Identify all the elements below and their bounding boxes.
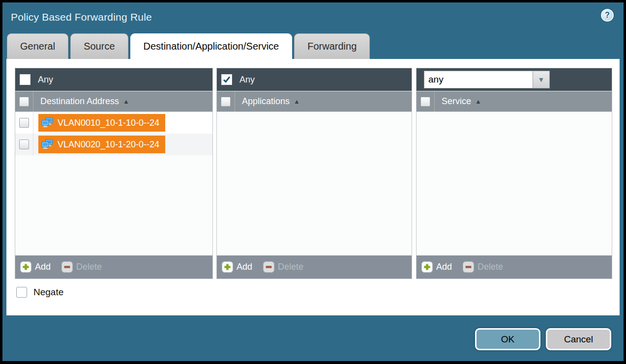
address-object-chip[interactable]: VLAN0010_10-1-10-0--24 [38, 114, 165, 132]
sort-asc-icon: ▲ [294, 98, 300, 105]
dialog-titlebar: Policy Based Forwarding Rule ? [2, 2, 624, 33]
header-separator [235, 91, 235, 112]
tab-bar: General Source Destination/Application/S… [7, 33, 370, 59]
tab-general[interactable]: General [7, 33, 68, 59]
add-button[interactable]: Add [222, 261, 252, 273]
applications-header[interactable]: Applications ▲ [217, 91, 412, 112]
dialog-button-row: OK Cancel [475, 328, 611, 350]
applications-footer: Add Delete [217, 255, 412, 279]
dropdown-arrow-icon[interactable]: ▼ [533, 71, 550, 88]
destination-any-label: Any [38, 75, 53, 85]
delete-button-label: Delete [477, 262, 503, 272]
delete-button[interactable]: Delete [61, 261, 102, 273]
add-icon [222, 261, 233, 273]
applications-header-label: Applications [242, 96, 290, 107]
add-button-label: Add [237, 262, 252, 272]
delete-icon [263, 261, 274, 273]
add-button[interactable]: Add [20, 261, 51, 273]
header-separator [33, 91, 33, 112]
delete-button-label: Delete [278, 262, 303, 272]
tab-destination-application-service[interactable]: Destination/Application/Service [130, 33, 293, 59]
delete-button[interactable]: Delete [263, 261, 303, 273]
service-list [417, 112, 612, 255]
ok-button[interactable]: OK [475, 328, 540, 350]
add-icon [421, 261, 433, 273]
tab-content: Any Destination Address ▲ [6, 59, 620, 315]
address-object-label: VLAN0020_10-1-20-0--24 [58, 140, 159, 150]
row-checkbox-cell [15, 134, 33, 155]
delete-button-label: Delete [76, 262, 102, 272]
applications-panel: Any Applications ▲ Add [216, 68, 412, 279]
destination-address-header[interactable]: Destination Address ▲ [15, 91, 212, 112]
destination-any-checkbox[interactable] [20, 74, 30, 85]
delete-button[interactable]: Delete [463, 261, 503, 273]
add-button-label: Add [35, 262, 51, 272]
dialog-title: Policy Based Forwarding Rule [11, 11, 152, 23]
delete-icon [61, 261, 73, 273]
help-icon[interactable]: ? [601, 9, 614, 22]
checkmark-icon [222, 75, 231, 84]
service-header[interactable]: Service ▲ [417, 91, 612, 112]
service-type-value[interactable]: any [424, 71, 533, 88]
row-checkbox[interactable] [19, 118, 29, 128]
address-object-chip[interactable]: VLAN0020_10-1-20-0--24 [38, 136, 165, 153]
applications-list [217, 112, 412, 255]
destination-any-bar: Any [15, 68, 212, 91]
negate-option: Negate [16, 286, 63, 299]
applications-select-all-checkbox[interactable] [221, 97, 231, 107]
add-button[interactable]: Add [421, 261, 452, 273]
sort-asc-icon: ▲ [475, 98, 481, 105]
row-content-cell: VLAN0010_10-1-10-0--24 [33, 112, 212, 134]
address-object-label: VLAN0010_10-1-10-0--24 [58, 118, 159, 128]
destination-address-footer: Add Delete [15, 255, 212, 279]
service-type-dropdown[interactable]: any ▼ [424, 71, 550, 88]
table-row: VLAN0010_10-1-10-0--24 [15, 112, 212, 134]
tab-source[interactable]: Source [70, 33, 128, 59]
row-checkbox-cell [15, 112, 33, 134]
sort-asc-icon: ▲ [123, 98, 129, 105]
destination-address-header-label: Destination Address [40, 96, 119, 107]
destination-address-panel: Any Destination Address ▲ [15, 68, 213, 279]
applications-any-label: Any [239, 75, 255, 85]
table-row: VLAN0020_10-1-20-0--24 [15, 134, 212, 155]
cancel-button[interactable]: Cancel [546, 328, 611, 350]
destination-address-list: VLAN0010_10-1-10-0--24 [15, 112, 212, 255]
delete-icon [463, 261, 474, 273]
applications-any-bar: Any [217, 68, 412, 91]
service-footer: Add Delete [417, 255, 612, 279]
row-checkbox[interactable] [19, 140, 29, 149]
service-header-label: Service [442, 96, 471, 107]
pbf-rule-dialog: Policy Based Forwarding Rule ? General S… [2, 2, 624, 361]
header-separator [434, 91, 435, 112]
service-dropdown-bar: any ▼ [417, 68, 612, 91]
add-icon [20, 261, 31, 273]
service-panel: any ▼ Service ▲ Add [416, 68, 612, 279]
tab-forwarding[interactable]: Forwarding [294, 33, 370, 59]
service-select-all-checkbox[interactable] [420, 97, 430, 107]
network-address-icon [41, 139, 54, 150]
destination-select-all-checkbox[interactable] [19, 97, 29, 107]
negate-checkbox[interactable] [16, 287, 27, 298]
applications-any-checkbox[interactable] [221, 74, 232, 85]
network-address-icon [41, 117, 54, 128]
add-button-label: Add [436, 262, 452, 272]
negate-label: Negate [33, 287, 63, 298]
row-content-cell: VLAN0020_10-1-20-0--24 [33, 134, 212, 155]
